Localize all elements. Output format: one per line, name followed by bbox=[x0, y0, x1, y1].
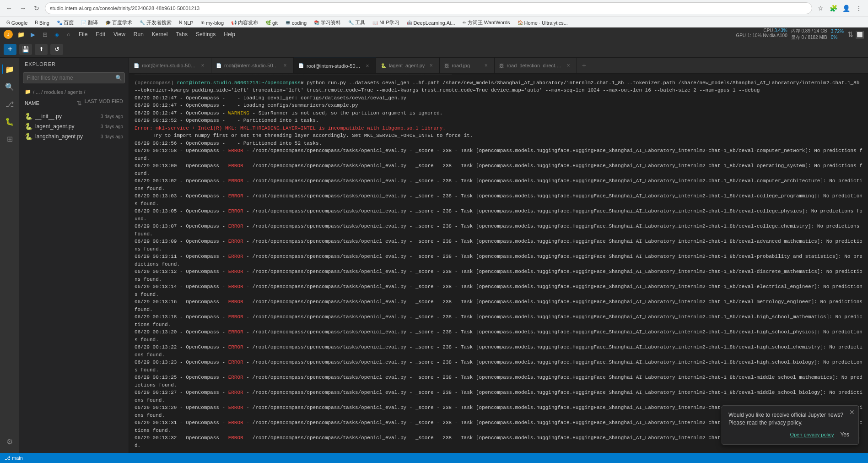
notification-yes-button[interactable]: Yes bbox=[837, 430, 852, 439]
tab-close-button[interactable]: × bbox=[199, 62, 206, 69]
privacy-policy-link[interactable]: Open privacy policy bbox=[790, 432, 834, 437]
menu-help[interactable]: Help bbox=[220, 30, 239, 39]
menu-edit[interactable]: Edit bbox=[92, 30, 109, 39]
editor-tab[interactable]: 🐍 lagent_agent.py × bbox=[376, 58, 440, 73]
prompt-hash: # bbox=[301, 80, 304, 86]
bookmark-item[interactable]: 🌿git bbox=[263, 19, 280, 27]
sort-button[interactable]: ⇅ bbox=[75, 98, 84, 108]
bookmark-item[interactable]: BBing bbox=[32, 19, 52, 27]
address-bar[interactable]: studio.intern-ai.org.cn/console/trinity/… bbox=[45, 2, 812, 14]
file-item[interactable]: 🐍 __init__.py 3 days ago bbox=[19, 111, 129, 121]
editor-tab[interactable]: 🖼 road.jpg × bbox=[440, 58, 495, 73]
bookmark-label: DeepLearning.Ai... bbox=[414, 20, 455, 26]
prompt-env: (opencompass) bbox=[135, 80, 177, 86]
bookmark-item[interactable]: ✏方词王 WantWords bbox=[460, 18, 513, 27]
save-button[interactable]: 💾 bbox=[19, 44, 32, 55]
tab-close-button[interactable]: × bbox=[427, 62, 435, 69]
sidebar-item-git[interactable]: ⎇ bbox=[2, 96, 17, 112]
file-search: 🔍 bbox=[23, 72, 125, 83]
bookmark-item[interactable]: 📄翻译 bbox=[78, 18, 101, 27]
terminal-line: 06/29 00:13:27 - OpenCompass - ERROR - /… bbox=[129, 389, 868, 404]
reload-button[interactable]: ↻ bbox=[31, 3, 42, 14]
menu-run[interactable]: Run bbox=[130, 30, 147, 39]
terminal-line: 06/29 00:12:58 - OpenCompass - ERROR - /… bbox=[129, 147, 868, 162]
upload-button[interactable]: ⬆ bbox=[35, 44, 48, 55]
file-icon: 🐍 bbox=[25, 133, 32, 140]
editor-tab[interactable]: 📄 root@intern-studio-50001... × bbox=[211, 58, 294, 73]
bookmark-item[interactable]: 🎓百度学术 bbox=[102, 18, 135, 27]
terminal-line: 06/29 00:12:56 - OpenCompass - - Partiti… bbox=[129, 140, 868, 147]
editor-tab[interactable]: 📄 root@intern-studio-50001... × bbox=[129, 58, 211, 73]
editor-tab[interactable]: 📄 root@intern-studio-50001... × bbox=[294, 58, 376, 73]
bookmark-item[interactable]: 🐾百度 bbox=[54, 18, 76, 27]
activity-icon-explorer[interactable]: 📁 bbox=[16, 29, 27, 40]
bookmark-item[interactable]: GGoogle bbox=[4, 19, 30, 27]
bookmark-icon: 🔧 bbox=[348, 20, 354, 25]
file-search-input[interactable] bbox=[23, 72, 125, 83]
menu-button[interactable]: ⋮ bbox=[853, 3, 864, 14]
sidebar: Explorer 🔍 📁 / ... / modules / agents / … bbox=[19, 58, 129, 453]
sidebar-item-search[interactable]: 🔍 bbox=[2, 79, 17, 94]
notification-close-button[interactable]: ✕ bbox=[849, 409, 855, 416]
sidebar-item-extensions[interactable]: ⊞ bbox=[2, 131, 17, 147]
tab-label: road_detection_direct.jpg bbox=[507, 63, 562, 68]
bookmark-item[interactable]: 🔧开发者搜索 bbox=[137, 18, 174, 27]
menu-file[interactable]: File bbox=[75, 30, 91, 39]
back-button[interactable]: ← bbox=[4, 3, 15, 14]
branch-indicator[interactable]: ⎇ main bbox=[5, 455, 23, 461]
terminal-line: 06/29 00:13:25 - OpenCompass - ERROR - /… bbox=[129, 374, 868, 389]
editor-tab[interactable]: 🖼 road_detection_direct.jpg × bbox=[495, 58, 577, 73]
breadcrumb-path: / ... / modules / agents / bbox=[33, 89, 85, 95]
prompt-user: root@intern-studio-50001213:~/opencompas… bbox=[177, 80, 301, 86]
bookmark-label: 方词王 WantWords bbox=[468, 19, 510, 26]
terminal-line: 06/29 00:12:47 - OpenCompass - - Loading… bbox=[129, 94, 868, 102]
activity-icon-circle[interactable]: ○ bbox=[63, 29, 74, 40]
menu-settings[interactable]: Settings bbox=[192, 30, 219, 39]
sidebar-item-settings[interactable]: ⚙ bbox=[2, 434, 17, 449]
activity-bar: 📁 🔍 ⎇ 🐛 ⊞ ⚙ bbox=[0, 58, 19, 453]
terminal-line: 06/29 00:13:12 - OpenCompass - ERROR - /… bbox=[129, 268, 868, 283]
file-item[interactable]: 🐍 langchain_agent.py 3 days ago bbox=[19, 131, 129, 142]
bookmark-item[interactable]: 🏠Home · Ultralytics... bbox=[515, 19, 571, 27]
menu-tabs[interactable]: Tabs bbox=[173, 30, 191, 39]
bookmark-item[interactable]: 📖NLP学习 bbox=[370, 18, 402, 27]
bookmark-item[interactable]: NNLP bbox=[176, 19, 196, 27]
tab-close-button[interactable]: × bbox=[364, 62, 371, 70]
terminal-line: Try to import numpy first or set the thr… bbox=[129, 132, 868, 140]
menu-view[interactable]: View bbox=[110, 30, 129, 39]
forward-button[interactable]: → bbox=[17, 3, 28, 14]
bookmark-star-button[interactable]: ☆ bbox=[815, 3, 826, 14]
tab-close-button[interactable]: × bbox=[281, 62, 289, 69]
notification-popup: ✕ Would you like to receive official Jup… bbox=[722, 405, 859, 445]
new-file-button[interactable]: + bbox=[4, 44, 16, 55]
tab-label: road.jpg bbox=[452, 63, 480, 68]
sidebar-item-debug[interactable]: 🐛 bbox=[2, 114, 17, 129]
terminal-content[interactable]: ceval_ppl_93e5ce configs/datasets/ceval/… bbox=[129, 74, 868, 453]
file-date: 3 days ago bbox=[101, 124, 123, 129]
bookmark-icon: 🏠 bbox=[518, 20, 523, 25]
tab-close-button[interactable]: × bbox=[482, 62, 490, 69]
bookmark-label: 内容发布 bbox=[238, 19, 258, 26]
notification-message: Would you like to receive official Jupyt… bbox=[728, 412, 843, 426]
menu-kernel[interactable]: Kernel bbox=[148, 30, 172, 39]
extensions-button[interactable]: 🧩 bbox=[828, 3, 839, 14]
bookmark-item[interactable]: 🔧工具 bbox=[345, 18, 368, 27]
cpu-label: CPU bbox=[763, 28, 773, 33]
bookmark-icon: N bbox=[179, 20, 182, 25]
file-item[interactable]: 🐍 lagent_agent.py 3 days ago bbox=[19, 121, 129, 131]
bookmark-item[interactable]: 📚学习资料 bbox=[311, 18, 344, 27]
tab-close-button[interactable]: × bbox=[565, 62, 572, 69]
bookmark-item[interactable]: mmy-blog bbox=[198, 19, 226, 27]
profile-button[interactable]: 👤 bbox=[841, 3, 852, 14]
add-tab-button[interactable]: + bbox=[577, 58, 591, 73]
bookmark-icon: G bbox=[6, 20, 10, 25]
sidebar-item-explorer[interactable]: 📁 bbox=[2, 61, 17, 77]
bookmark-item[interactable]: 🤖DeepLearning.Ai... bbox=[404, 19, 458, 27]
activity-icon-vscode[interactable]: ◈ bbox=[51, 29, 62, 40]
bookmark-item[interactable]: 📢内容发布 bbox=[228, 18, 261, 27]
activity-icon-run[interactable]: ▶ bbox=[27, 29, 38, 40]
bookmark-item[interactable]: 💻coding bbox=[282, 19, 309, 27]
activity-icon-terminal[interactable]: ⊞ bbox=[39, 29, 50, 40]
refresh-button[interactable]: ↺ bbox=[50, 44, 63, 55]
mem-label: 内存 0.89 / 24 GB bbox=[791, 28, 827, 34]
